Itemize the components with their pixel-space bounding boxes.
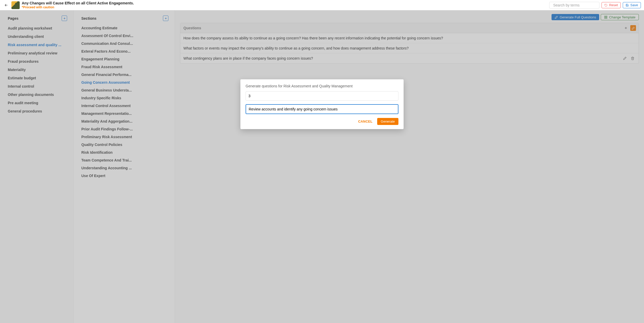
back-button[interactable] bbox=[3, 2, 9, 8]
save-button[interactable]: Save bbox=[623, 2, 641, 8]
question-count-input[interactable] bbox=[246, 91, 398, 101]
reset-button[interactable]: Reset bbox=[602, 2, 621, 8]
refresh-icon bbox=[604, 4, 607, 7]
header-subtitle: *Proceed with caution bbox=[22, 5, 134, 9]
save-label: Save bbox=[630, 3, 638, 7]
header-title-block: Any Changes will Cause Effect on all Cli… bbox=[22, 1, 134, 9]
reset-label: Reset bbox=[609, 3, 618, 7]
app-logo bbox=[11, 1, 20, 9]
search-field[interactable] bbox=[549, 2, 599, 9]
arrow-left-icon bbox=[4, 3, 8, 7]
header-title: Any Changes will Cause Effect on all Cli… bbox=[22, 1, 134, 5]
modal-overlay[interactable]: Generate questions for Risk Assessment a… bbox=[0, 10, 644, 323]
save-icon bbox=[626, 4, 629, 7]
generate-button[interactable]: Generate bbox=[377, 118, 398, 125]
prompt-textarea[interactable] bbox=[246, 104, 398, 114]
cancel-button[interactable]: CANCEL bbox=[355, 118, 375, 125]
search-input[interactable] bbox=[553, 3, 598, 7]
generate-questions-modal: Generate questions for Risk Assessment a… bbox=[240, 79, 404, 129]
modal-title: Generate questions for Risk Assessment a… bbox=[246, 84, 398, 88]
topbar: Any Changes will Cause Effect on all Cli… bbox=[0, 0, 644, 10]
